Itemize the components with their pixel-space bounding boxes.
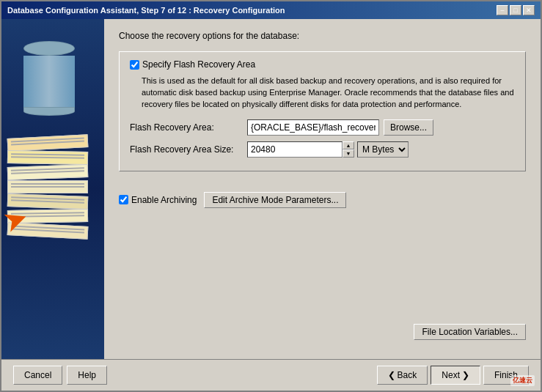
title-bar: Database Configuration Assistant, Step 7… bbox=[1, 1, 541, 19]
paper-2 bbox=[7, 150, 88, 165]
back-label: Back bbox=[398, 370, 417, 380]
flash-recovery-section: Specify Flash Recovery Area This is used… bbox=[119, 51, 526, 171]
spinner-up-button[interactable]: ▲ bbox=[343, 141, 354, 149]
cylinder-icon bbox=[23, 41, 75, 107]
flash-recovery-description: This is used as the default for all disk… bbox=[130, 75, 515, 111]
flash-recovery-size-row: Flash Recovery Area Size: ▲ ▼ M Bytes G … bbox=[130, 141, 515, 158]
size-unit-select[interactable]: M Bytes G Bytes bbox=[357, 141, 409, 158]
minimize-button[interactable]: – bbox=[497, 5, 508, 15]
cylinder-top bbox=[23, 41, 75, 56]
sidebar: ➤ bbox=[1, 19, 104, 359]
main-window: Database Configuration Assistant, Step 7… bbox=[0, 0, 542, 392]
window-controls: – □ ✕ bbox=[497, 5, 535, 15]
file-location-variables-button[interactable]: File Location Variables... bbox=[414, 324, 526, 340]
cancel-help-group: Cancel Help bbox=[13, 366, 107, 385]
paper-1 bbox=[7, 134, 89, 152]
archiving-section: Enable Archiving Edit Archive Mode Param… bbox=[119, 185, 526, 208]
archiving-checkbox-row: Enable Archiving bbox=[119, 195, 197, 205]
spacer bbox=[119, 208, 526, 324]
flash-recovery-checkbox-row: Specify Flash Recovery Area bbox=[130, 59, 515, 70]
spinner-down-button[interactable]: ▼ bbox=[343, 149, 354, 158]
page-instruction: Choose the recovery options for the data… bbox=[119, 31, 526, 41]
size-spinner: ▲ ▼ bbox=[343, 141, 354, 158]
flash-recovery-area-label: Flash Recovery Area: bbox=[130, 122, 247, 133]
navigation-group: ❮ Back Next ❯ Finish bbox=[377, 366, 529, 385]
close-button[interactable]: ✕ bbox=[523, 5, 535, 15]
edit-archive-mode-button[interactable]: Edit Archive Mode Parameters... bbox=[204, 192, 346, 208]
flash-recovery-size-label: Flash Recovery Area Size: bbox=[130, 144, 247, 155]
flash-recovery-area-input[interactable] bbox=[247, 119, 379, 136]
next-arrow-icon: ❯ bbox=[462, 370, 469, 380]
enable-archiving-checkbox[interactable] bbox=[119, 195, 128, 204]
flash-recovery-checkbox-label[interactable]: Specify Flash Recovery Area bbox=[142, 59, 255, 70]
back-arrow-icon: ❮ bbox=[388, 370, 395, 380]
next-label: Next bbox=[442, 370, 460, 380]
bottom-bar: Cancel Help ❮ Back Next ❯ Finish bbox=[1, 359, 541, 391]
maximize-button[interactable]: □ bbox=[510, 5, 521, 15]
cancel-button[interactable]: Cancel bbox=[13, 366, 62, 385]
enable-archiving-label[interactable]: Enable Archiving bbox=[131, 195, 197, 205]
cylinder-body bbox=[23, 56, 75, 107]
watermark: 亿速云 bbox=[510, 375, 535, 386]
paper-3 bbox=[7, 164, 89, 180]
file-location-row: File Location Variables... bbox=[119, 324, 526, 343]
specify-flash-recovery-checkbox[interactable] bbox=[130, 60, 139, 70]
window-body: ➤ Choose the recovery options for the da… bbox=[1, 19, 541, 359]
cylinder-bottom bbox=[23, 107, 75, 116]
main-content: Choose the recovery options for the data… bbox=[104, 19, 541, 359]
browse-button[interactable]: Browse... bbox=[384, 119, 433, 136]
flash-recovery-area-row: Flash Recovery Area: Browse... bbox=[130, 119, 515, 136]
back-button[interactable]: ❮ Back bbox=[377, 366, 428, 385]
help-button[interactable]: Help bbox=[67, 366, 107, 385]
window-title: Database Configuration Assistant, Step 7… bbox=[7, 6, 285, 15]
size-input-wrap: ▲ ▼ M Bytes G Bytes bbox=[247, 141, 409, 158]
paper-4 bbox=[7, 180, 88, 193]
next-button[interactable]: Next ❯ bbox=[431, 366, 480, 385]
flash-recovery-size-input[interactable] bbox=[247, 141, 343, 158]
archiving-row: Enable Archiving Edit Archive Mode Param… bbox=[119, 192, 526, 208]
